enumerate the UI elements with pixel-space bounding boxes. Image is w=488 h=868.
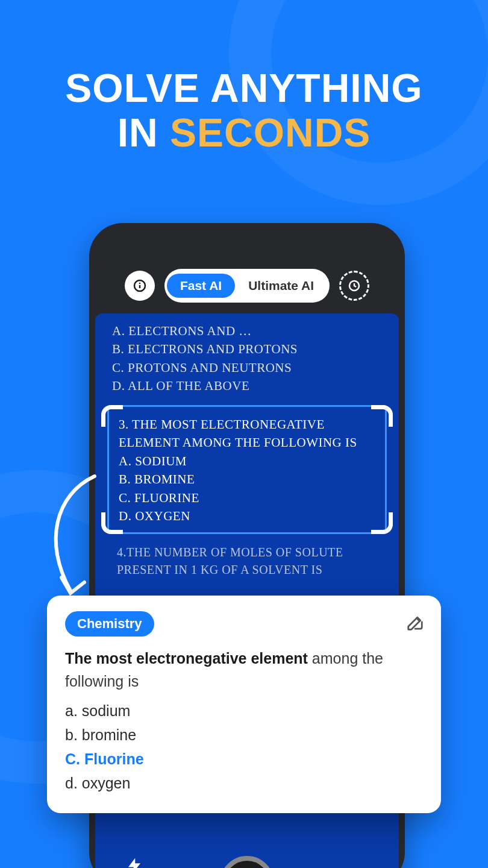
option-b: b. bromine xyxy=(65,723,424,747)
headline-line1: SOLVE ANYTHING xyxy=(0,66,488,111)
crop-frame[interactable]: 3. THE MOST ELECTRONEGATIVE ELEMENT AMON… xyxy=(101,405,393,535)
scan-line: D. OXYGEN xyxy=(119,507,375,525)
history-button[interactable] xyxy=(339,271,369,301)
crop-handle-tr[interactable] xyxy=(371,405,393,427)
headline-accent: SECONDS xyxy=(170,110,371,155)
headline: SOLVE ANYTHING IN SECONDS xyxy=(0,66,488,156)
top-toolbar: Fast AI Ultimate AI xyxy=(89,269,405,303)
crop-content: 3. THE MOST ELECTRONEGATIVE ELEMENT AMON… xyxy=(107,405,387,535)
crop-handle-bl[interactable] xyxy=(101,512,123,534)
info-button[interactable] xyxy=(125,271,155,301)
scan-line: B. BROMINE xyxy=(119,470,375,488)
scan-line: B. ELECTRONS AND PROTONS xyxy=(112,340,393,358)
scan-above: A. ELECTRONS AND … B. ELECTRONS AND PROT… xyxy=(101,322,393,395)
edit-icon xyxy=(406,614,424,632)
crop-handle-tl[interactable] xyxy=(101,405,123,427)
clock-icon xyxy=(347,278,361,293)
scan-line: D. ALL OF THE ABOVE xyxy=(112,377,393,395)
curved-arrow-icon xyxy=(37,470,104,609)
answer-card: Chemistry The most electronegative eleme… xyxy=(47,596,441,813)
option-c-correct: C. Fluorine xyxy=(65,747,424,771)
promo-stage: SOLVE ANYTHING IN SECONDS Fast AI Ultima… xyxy=(0,0,488,868)
info-icon xyxy=(133,278,147,293)
scan-line: C. PROTONS AND NEUTRONS xyxy=(112,359,393,377)
option-a: a. sodium xyxy=(65,699,424,723)
scan-line: 4.THE NUMBER OF MOLES OF SOLUTE xyxy=(117,544,393,561)
question-text: The most electronegative element among t… xyxy=(65,647,424,693)
edit-button[interactable] xyxy=(406,614,424,634)
scan-line: 3. THE MOST ELECTRONEGATIVE xyxy=(119,415,375,433)
scan-line: PRESENT IN 1 KG OF A SOLVENT IS xyxy=(117,561,393,579)
crop-handle-br[interactable] xyxy=(371,512,393,534)
scan-below: 4.THE NUMBER OF MOLES OF SOLUTE PRESENT … xyxy=(101,544,393,579)
seg-fast-ai[interactable]: Fast AI xyxy=(167,274,235,298)
ai-mode-toggle[interactable]: Fast AI Ultimate AI xyxy=(164,269,330,303)
answer-options: a. sodium b. bromine C. Fluorine d. oxyg… xyxy=(65,699,424,795)
svg-point-2 xyxy=(139,283,140,284)
scan-line: A. ELECTRONS AND … xyxy=(112,322,393,340)
scan-line: ELEMENT AMONG THE FOLLOWING IS xyxy=(119,433,375,451)
flash-icon[interactable] xyxy=(125,855,143,868)
seg-ultimate-ai[interactable]: Ultimate AI xyxy=(235,274,327,298)
subject-chip[interactable]: Chemistry xyxy=(65,611,154,637)
scan-line: C. FLUORINE xyxy=(119,489,375,507)
option-d: d. oxygen xyxy=(65,771,424,795)
headline-line2: IN SECONDS xyxy=(0,111,488,156)
scan-line: A. SODIUM xyxy=(119,452,375,470)
